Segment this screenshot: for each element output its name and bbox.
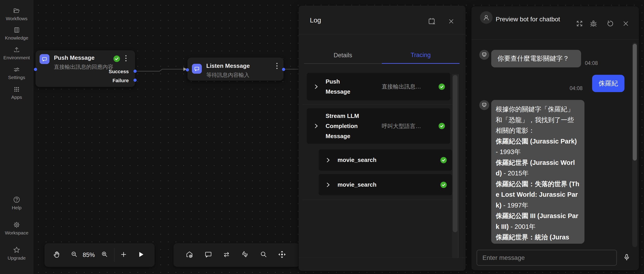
run-icon[interactable] (137, 251, 144, 259)
output-port-failure[interactable] (134, 79, 136, 82)
sidebar-item-environment[interactable]: Environment (0, 46, 33, 60)
chat-scrollbar[interactable] (632, 43, 637, 247)
message-line: 侏羅紀世界：統治 (Juras (496, 232, 580, 243)
tab-details[interactable]: Details (304, 52, 382, 64)
chat-bubble-icon[interactable] (204, 251, 212, 260)
star-icon (13, 246, 20, 254)
sidebar-item-label: Workspace (5, 230, 28, 236)
calendar-clear-icon[interactable] (428, 17, 436, 26)
bot-avatar-icon (479, 100, 489, 110)
microphone-icon[interactable] (623, 254, 630, 262)
bulb-refresh-icon[interactable] (241, 251, 249, 260)
canvas-tools-toolbar (174, 243, 300, 267)
chevron-right-icon[interactable] (319, 182, 338, 188)
log-scrollbar[interactable] (452, 74, 458, 258)
home-add-icon[interactable] (186, 251, 194, 260)
sidebar-item-workflows[interactable]: Workflows (0, 7, 33, 21)
node-push-message[interactable]: Push Message 直接輸出訊息的回應內容 Success Failure (35, 50, 135, 87)
port-label-failure: Failure (112, 78, 129, 83)
node-menu-icon[interactable] (276, 63, 278, 69)
success-badge-icon (113, 55, 120, 62)
preview-panel: Preview bot for chatbot 你要查什麼電影關鍵字？ 04:0… (472, 6, 639, 270)
log-footer-divider (299, 258, 466, 258)
input-port[interactable] (34, 68, 37, 71)
gear-icon (13, 221, 20, 229)
log-divider (302, 200, 455, 200)
chevron-right-icon[interactable] (319, 157, 338, 163)
expand-icon[interactable] (576, 19, 584, 28)
sidebar-item-label: Upgrade (8, 255, 26, 261)
chevron-right-icon[interactable] (307, 123, 326, 129)
success-check-icon (435, 157, 452, 164)
node-subtitle: 等待訊息內容輸入 (206, 71, 250, 79)
log-entry-name: movie_search (338, 180, 405, 190)
message-timestamp: 04:08 (585, 60, 598, 66)
close-icon[interactable] (448, 18, 455, 26)
node-title: Push Message (54, 54, 94, 61)
success-check-icon (433, 123, 450, 129)
message-timestamp: 04:08 (570, 85, 583, 91)
sidebar-item-settings[interactable]: Settings (0, 66, 33, 80)
node-title: Listen Message (206, 62, 250, 69)
avatar (480, 11, 492, 24)
chat-bubble-icon (192, 64, 202, 74)
bot-message-bubble: 根據你的關鍵字「侏羅紀」和「恐龍」，我找到了一些相關的電影： 侏羅紀公園 (Ju… (491, 100, 584, 244)
sliders-icon (13, 66, 20, 73)
log-entry-name: Push Message (326, 77, 366, 97)
output-port[interactable] (282, 68, 285, 71)
message-line: 侏羅紀公園 (Jurassic Park) - 1993年 (496, 136, 580, 157)
log-header: Log (299, 5, 466, 34)
sidebar: Workflows Knowledge Environment Settings… (0, 0, 33, 274)
sidebar-item-help[interactable]: Help (0, 196, 33, 211)
input-port[interactable] (186, 68, 189, 71)
log-title: Log (310, 16, 321, 24)
upload-icon (13, 46, 20, 53)
log-entry-stream-llm[interactable]: Stream LLM Completion Message 呼叫大型語言… (307, 108, 450, 144)
success-check-icon (435, 182, 452, 188)
tab-tracing[interactable]: Tracing (382, 52, 460, 64)
add-node-icon[interactable] (120, 251, 128, 259)
book-icon (13, 26, 20, 34)
chevron-right-icon[interactable] (307, 84, 326, 90)
node-menu-icon[interactable] (126, 55, 127, 61)
sidebar-item-label: Workflows (6, 16, 28, 21)
sidebar-item-label: Knowledge (5, 35, 28, 41)
zoom-in-icon[interactable] (101, 251, 108, 259)
user-message-bubble: 侏羅紀 (592, 75, 624, 92)
close-icon[interactable] (622, 20, 630, 28)
success-check-icon (433, 83, 450, 90)
swap-arrows-icon[interactable] (222, 251, 230, 260)
output-port-success[interactable] (134, 70, 136, 73)
log-scrollbar-thumb[interactable] (453, 75, 458, 232)
question-circle-icon (13, 196, 20, 204)
log-entry-movie-search-2[interactable]: movie_search (319, 174, 452, 195)
sidebar-item-apps[interactable]: Apps (0, 86, 33, 100)
center-view-icon[interactable] (278, 250, 286, 260)
chat-scrollbar-thumb[interactable] (633, 44, 637, 161)
log-entry-push-message[interactable]: Push Message 直接輸出訊息… (307, 73, 450, 100)
chat-bubble-icon (40, 54, 50, 64)
node-subtitle: 直接輸出訊息的回應內容 (54, 63, 113, 70)
log-entry-desc: 直接輸出訊息… (366, 83, 433, 90)
restart-icon[interactable] (606, 19, 614, 28)
message-input[interactable] (476, 250, 617, 266)
port-label-success: Success (109, 69, 129, 75)
preview-title: Preview bot for chatbot (496, 14, 572, 24)
log-entry-movie-search-1[interactable]: movie_search (319, 149, 452, 171)
zoom-out-icon[interactable] (70, 251, 78, 259)
debug-icon[interactable] (590, 19, 598, 28)
sidebar-item-label: Settings (8, 75, 25, 80)
zoom-level[interactable]: 85% (83, 252, 95, 259)
grid-icon (13, 86, 20, 93)
message-line: 根據你的關鍵字「侏羅紀」和「恐龍」，我找到了一些相關的電影： (496, 104, 580, 136)
log-entry-desc: 呼叫大型語言… (366, 122, 433, 130)
bot-message-bubble: 你要查什麼電影關鍵字？ (491, 50, 581, 67)
sidebar-item-label: Apps (11, 95, 22, 100)
sidebar-item-knowledge[interactable]: Knowledge (0, 26, 33, 41)
node-listen-message[interactable]: Listen Message 等待訊息內容輸入 (187, 57, 284, 81)
search-icon[interactable] (260, 251, 268, 260)
sidebar-item-label: Help (12, 205, 21, 211)
sidebar-item-workspace[interactable]: Workspace (0, 221, 33, 236)
sidebar-item-upgrade[interactable]: Upgrade (0, 246, 33, 261)
hand-icon[interactable] (53, 251, 61, 260)
